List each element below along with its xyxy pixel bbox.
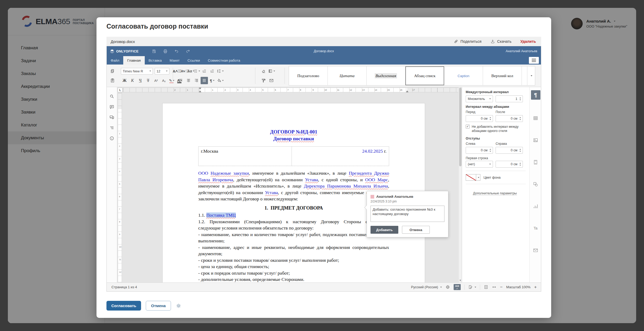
style-subtitle[interactable]: Подзаголово <box>289 66 328 85</box>
paste-button[interactable] <box>109 77 116 84</box>
style-caption[interactable]: Caption <box>444 66 483 85</box>
style-header[interactable]: Верхний кол <box>483 66 522 85</box>
bg-color-picker[interactable] <box>466 174 480 181</box>
about-button[interactable] <box>108 135 116 142</box>
clear-style-button[interactable] <box>260 67 267 75</box>
line-spacing-button[interactable] <box>216 67 224 75</box>
style-intense[interactable]: Выделенная <box>367 66 405 85</box>
same-style-checkbox[interactable]: ✓ Не добавлять интервал между абзацами о… <box>466 125 526 133</box>
tab-collaboration[interactable]: Совместная работа <box>204 56 244 65</box>
fit-width-icon[interactable] <box>492 285 496 289</box>
indent-right-stepper[interactable]: 0 см <box>496 147 523 154</box>
italic-button[interactable]: K <box>129 77 136 84</box>
first-line-stepper[interactable]: 0 см <box>496 161 523 168</box>
style-list-paragraph[interactable]: Абзац списк <box>405 66 444 85</box>
font-name-select[interactable]: Times New R <box>121 68 153 74</box>
first-line-indent-marker[interactable] <box>199 88 201 89</box>
comment-input[interactable] <box>371 206 444 222</box>
save-icon[interactable] <box>152 49 156 54</box>
font-size-select[interactable]: 12 <box>155 68 169 74</box>
align-right-icon <box>194 78 199 83</box>
language-select[interactable]: Русский (Россия) <box>411 285 442 289</box>
copy-button[interactable] <box>109 67 116 75</box>
track-changes-button[interactable] <box>468 285 476 289</box>
increase-indent-button[interactable] <box>208 67 216 75</box>
superscript-button[interactable]: A² <box>152 77 160 84</box>
line-spacing-select[interactable]: Множитель <box>466 95 493 102</box>
highlight-color-button[interactable]: ✎ <box>168 77 175 84</box>
navigation-button[interactable] <box>108 124 116 131</box>
v-ruler[interactable]: 123456789101112 <box>118 93 122 283</box>
zoom-out-button[interactable]: − <box>500 285 503 290</box>
paragraph-fill-button[interactable] <box>216 77 224 84</box>
page-indicator[interactable]: Страница 1 из 4 <box>111 285 137 289</box>
decrease-indent-button[interactable] <box>201 67 208 75</box>
tab-file[interactable]: Файл <box>107 56 123 65</box>
spellcheck-toggle[interactable]: АБВ✓ <box>454 284 461 290</box>
multilevel-list-button[interactable] <box>193 67 200 75</box>
spacing-after-stepper[interactable]: 0 см <box>496 115 523 122</box>
textart-settings-button[interactable]: Ta <box>531 223 540 233</box>
hamburger-menu-icon[interactable] <box>529 57 539 64</box>
indent-left-stepper[interactable]: 0 см <box>466 147 493 154</box>
tab-selector[interactable]: L <box>118 88 122 92</box>
fit-page-icon[interactable] <box>484 285 488 289</box>
advanced-settings-link[interactable]: Дополнительные параметры <box>473 191 517 195</box>
bold-button[interactable]: Ж <box>121 77 128 84</box>
strikeout-button[interactable]: Т <box>144 77 152 84</box>
right-indent-marker[interactable] <box>406 90 409 92</box>
mailmerge-button[interactable] <box>268 77 275 84</box>
tab-references[interactable]: Ссылки <box>184 56 204 65</box>
comment-cancel-button[interactable]: Отмена <box>402 226 430 234</box>
search-button[interactable] <box>108 93 116 100</box>
styles-expand-button[interactable] <box>527 66 535 85</box>
redo-icon[interactable] <box>186 49 190 54</box>
align-justify-button[interactable] <box>201 77 208 84</box>
style-quote[interactable]: Цитата <box>328 66 367 85</box>
table-settings-button[interactable] <box>531 113 540 123</box>
nonprinting-chars-button[interactable]: ¶ <box>208 77 216 84</box>
tab-layout[interactable]: Макет <box>166 56 184 65</box>
first-line-select[interactable]: (нет) <box>466 161 493 168</box>
cancel-button[interactable]: Отмена <box>146 301 171 311</box>
align-right-button[interactable] <box>193 77 200 84</box>
header-footer-settings-button[interactable] <box>531 157 540 167</box>
tab-insert[interactable]: Вставка <box>145 56 166 65</box>
tab-home[interactable]: Главная <box>123 56 144 65</box>
comment-timestamp: 2/24/2025 3:10 pm <box>371 200 444 203</box>
bullet-list-button[interactable] <box>177 67 184 75</box>
zoom-in-button[interactable]: + <box>534 285 537 290</box>
align-center-button[interactable] <box>185 77 192 84</box>
left-indent-marker[interactable] <box>199 90 201 92</box>
line-spacing-stepper[interactable]: 1 <box>496 95 523 102</box>
share-button[interactable]: Поделиться <box>454 39 481 44</box>
spacing-before-stepper[interactable]: 0 см <box>466 115 493 122</box>
comments-button[interactable] <box>108 103 116 110</box>
globe-icon[interactable] <box>446 285 450 289</box>
image-settings-button[interactable] <box>531 135 540 145</box>
mailmerge-settings-button[interactable] <box>531 245 540 255</box>
undo-icon[interactable] <box>174 49 179 54</box>
format-painter-button[interactable] <box>260 77 267 84</box>
chart-settings-button[interactable] <box>531 201 540 211</box>
shading-button[interactable] <box>268 67 275 75</box>
align-center-icon <box>186 78 191 83</box>
canvas-scrollbar[interactable]: ▼ <box>458 87 462 283</box>
document-canvas[interactable]: L 211234567891011121314151617 1234567891… <box>117 87 462 283</box>
chat-button[interactable] <box>108 114 116 121</box>
subscript-button[interactable]: A₂ <box>160 77 168 84</box>
gear-icon[interactable] <box>176 303 181 309</box>
shape-settings-button[interactable] <box>531 179 540 189</box>
delete-button[interactable]: Удалить <box>520 39 536 44</box>
numbered-list-button[interactable] <box>185 67 192 75</box>
scrollbar-thumb[interactable] <box>459 88 461 166</box>
comment-add-button[interactable]: Добавить <box>371 226 398 234</box>
approve-button[interactable]: Согласовать <box>106 301 141 311</box>
h-ruler[interactable]: 211234567891011121314151617 <box>123 88 459 92</box>
paragraph-settings-button[interactable]: ¶ <box>531 90 540 100</box>
download-button[interactable]: Скачать <box>490 39 511 44</box>
align-left-button[interactable] <box>177 77 184 84</box>
print-icon[interactable] <box>163 49 168 54</box>
scroll-down-icon[interactable]: ▼ <box>459 279 462 282</box>
underline-button[interactable]: Ч <box>137 77 144 84</box>
